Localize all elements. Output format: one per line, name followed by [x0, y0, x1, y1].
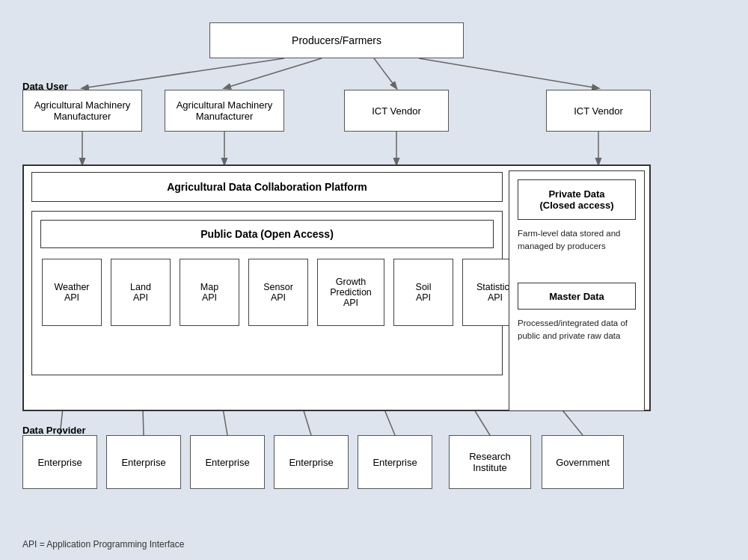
master-data-label: Master Data: [549, 291, 604, 302]
svg-line-2: [374, 58, 396, 88]
provider-research: ResearchInstitute: [449, 435, 531, 489]
api-sensor: SensorAPI: [248, 259, 308, 326]
api-land: LandAPI: [111, 259, 171, 326]
top-box-ict1-label: ICT Vendor: [372, 105, 421, 117]
platform-title-label: Agricultural Data Collaboration Platform: [167, 181, 367, 193]
top-box-ict2-label: ICT Vendor: [574, 105, 623, 117]
api-soil-label: SoilAPI: [416, 282, 432, 303]
master-data-desc: Processed/integrated data of public and …: [518, 317, 637, 343]
private-data-desc: Farm-level data stored and managed by pr…: [518, 227, 637, 253]
provider-enterprise-1-label: Enterprise: [37, 457, 82, 468]
provider-enterprise-2-label: Enterprise: [121, 457, 165, 468]
api-weather: WeatherAPI: [42, 259, 102, 326]
top-box-ict1: ICT Vendor: [344, 90, 449, 132]
platform-title: Agricultural Data Collaboration Platform: [31, 172, 503, 202]
producers-box: Producers/Farmers: [209, 22, 464, 58]
svg-line-0: [82, 58, 284, 88]
provider-government-label: Government: [556, 457, 610, 468]
provider-enterprise-3-label: Enterprise: [205, 457, 249, 468]
public-data-label: Public Data (Open Access): [200, 228, 334, 240]
top-box-ict2: ICT Vendor: [546, 90, 651, 132]
svg-line-3: [419, 58, 598, 88]
public-data-title: Public Data (Open Access): [40, 220, 494, 248]
api-map-label: MapAPI: [200, 282, 218, 303]
provider-government: Government: [542, 435, 624, 489]
top-box-agmach1: Agricultural MachineryManufacturer: [22, 90, 142, 132]
top-box-agmach1-label: Agricultural MachineryManufacturer: [34, 99, 131, 122]
provider-enterprise-4: Enterprise: [274, 435, 349, 489]
api-weather-label: WeatherAPI: [54, 282, 89, 303]
provider-enterprise-5: Enterprise: [358, 435, 432, 489]
producers-label: Producers/Farmers: [292, 34, 381, 46]
private-data-label: Private Data(Closed access): [540, 188, 614, 211]
api-sensor-label: SensorAPI: [263, 282, 293, 303]
api-map: MapAPI: [180, 259, 239, 326]
footer-note: API = Application Programming Interface: [22, 539, 184, 550]
api-soil: SoilAPI: [393, 259, 453, 326]
provider-research-label: ResearchInstitute: [469, 451, 511, 473]
api-growth: GrowthPredictionAPI: [317, 259, 384, 326]
master-data-title: Master Data: [518, 283, 636, 310]
api-growth-label: GrowthPredictionAPI: [330, 277, 372, 308]
provider-enterprise-1: Enterprise: [22, 435, 97, 489]
data-provider-label: Data Provider: [22, 425, 86, 436]
top-box-agmach2-label: Agricultural MachineryManufacturer: [177, 99, 273, 122]
diagram-container: Producers/Farmers Data User Agricultural…: [0, 0, 748, 560]
top-box-agmach2: Agricultural MachineryManufacturer: [165, 90, 284, 132]
api-land-label: LandAPI: [130, 282, 151, 303]
provider-enterprise-3: Enterprise: [190, 435, 265, 489]
provider-enterprise-5-label: Enterprise: [373, 457, 417, 468]
provider-enterprise-4-label: Enterprise: [289, 457, 333, 468]
svg-line-1: [224, 58, 322, 88]
private-data-title: Private Data(Closed access): [518, 179, 636, 220]
provider-enterprise-2: Enterprise: [106, 435, 181, 489]
